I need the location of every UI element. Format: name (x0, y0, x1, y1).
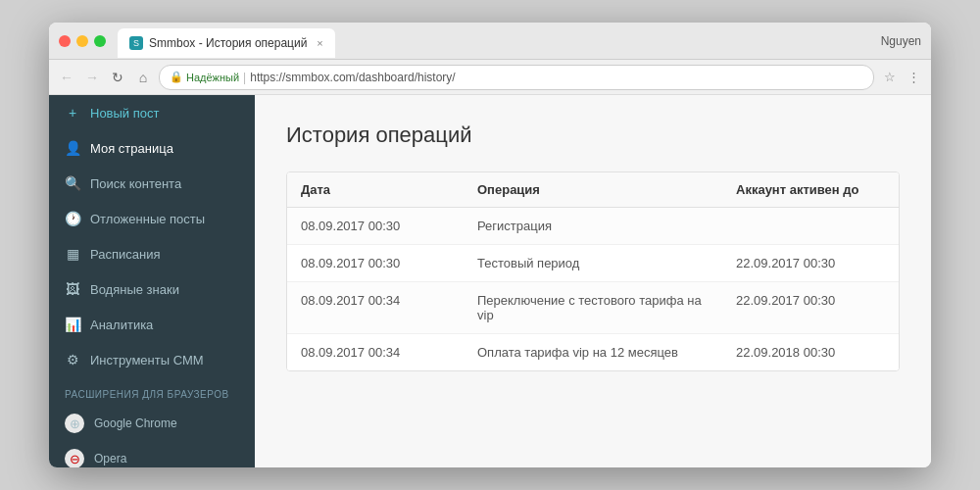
sidebar-item-search[interactable]: 🔍 Поиск контента (49, 166, 255, 201)
table-header: Дата Операция Аккаунт активен до (287, 172, 899, 208)
grid-icon: ▦ (65, 246, 80, 262)
table-row: 08.09.2017 00:30 Регистрация (287, 208, 899, 245)
header-date: Дата (287, 172, 464, 207)
main-content: + Новый пост 👤 Моя страница 🔍 Поиск конт… (49, 95, 931, 467)
table-row: 08.09.2017 00:34 Переключение с тестовог… (287, 282, 899, 334)
title-bar: S Smmbox - История операций × Nguyen (49, 23, 931, 60)
page-title: История операций (286, 122, 900, 148)
cell-active-until (722, 208, 899, 244)
secure-label: Надёжный (186, 72, 239, 83)
table-row: 08.09.2017 00:30 Тестовый период 22.09.2… (287, 245, 899, 282)
opera-label: Opera (94, 452, 126, 466)
clock-icon: 🕐 (65, 211, 80, 226)
cell-date: 08.09.2017 00:34 (287, 334, 464, 370)
cell-date: 08.09.2017 00:30 (287, 208, 464, 244)
cell-active-until: 22.09.2017 00:30 (722, 245, 899, 281)
tab-close-button[interactable]: × (317, 37, 322, 49)
table-body: 08.09.2017 00:30 Регистрация 08.09.2017 … (287, 208, 899, 370)
secure-badge: 🔒 Надёжный (170, 71, 239, 83)
sidebar-label-my-page: Моя страница (90, 141, 173, 156)
sidebar-item-smm-tools[interactable]: ⚙ Инструменты СММ (49, 342, 255, 377)
image-icon: 🖼 (65, 281, 80, 297)
chrome-label: Google Chrome (94, 416, 177, 430)
header-operation: Операция (464, 172, 722, 207)
sidebar-item-new-post[interactable]: + Новый пост (49, 95, 255, 130)
sidebar-item-my-page[interactable]: 👤 Моя страница (49, 130, 255, 166)
traffic-lights (59, 35, 106, 47)
sidebar-label-analytics: Аналитика (90, 318, 153, 332)
menu-icon[interactable]: ⋮ (904, 68, 923, 87)
table-row: 08.09.2017 00:34 Оплата тарифа vip на 12… (287, 334, 899, 370)
cell-active-until: 22.09.2017 00:30 (722, 282, 899, 333)
active-tab[interactable]: S Smmbox - История операций × (118, 28, 335, 58)
plus-icon: + (65, 105, 80, 121)
sidebar-label-schedule: Расписания (90, 247, 160, 262)
sidebar-item-schedule[interactable]: ▦ Расписания (49, 236, 255, 271)
tab-favicon: S (129, 36, 143, 50)
user-name: Nguyen (881, 34, 921, 48)
home-button[interactable]: ⌂ (133, 68, 153, 87)
cell-operation: Тестовый период (464, 245, 722, 281)
chrome-icon: ⊕ (65, 414, 84, 433)
browser-window: S Smmbox - История операций × Nguyen ← →… (49, 23, 931, 467)
sidebar-label-scheduled: Отложенные посты (90, 212, 205, 226)
forward-button[interactable]: → (82, 68, 102, 87)
maximize-button[interactable] (94, 35, 106, 47)
cell-operation: Оплата тарифа vip на 12 месяцев (464, 334, 722, 370)
address-bar: ← → ↻ ⌂ 🔒 Надёжный | https://smmbox.com/… (49, 60, 931, 95)
url-bar[interactable]: 🔒 Надёжный | https://smmbox.com/dashboar… (159, 65, 874, 90)
tab-bar: S Smmbox - История операций × (118, 23, 881, 59)
wrench-icon: ⚙ (65, 352, 80, 368)
cell-operation: Переключение с тестового тарифа на vip (464, 282, 722, 333)
operations-table: Дата Операция Аккаунт активен до 08.09.2… (286, 172, 900, 371)
cell-date: 08.09.2017 00:34 (287, 282, 464, 333)
minimize-button[interactable] (76, 35, 88, 47)
header-active-until: Аккаунт активен до (722, 172, 899, 207)
opera-icon: ⊖ (65, 449, 84, 467)
back-button[interactable]: ← (57, 68, 76, 87)
sidebar-item-opera[interactable]: ⊖ Opera (49, 441, 255, 467)
cell-operation: Регистрация (464, 208, 722, 244)
sidebar-item-analytics[interactable]: 📊 Аналитика (49, 307, 255, 342)
close-button[interactable] (59, 35, 71, 47)
sidebar-label-search: Поиск контента (90, 176, 181, 191)
sidebar-label-new-post: Новый пост (90, 106, 159, 121)
extensions-section-label: РАСШИРЕНИЯ ДЛЯ БРАУЗЕРОВ (49, 377, 255, 406)
address-actions: ☆ ⋮ (880, 68, 923, 87)
bookmark-icon[interactable]: ☆ (880, 68, 900, 87)
user-icon: 👤 (65, 140, 80, 156)
reload-button[interactable]: ↻ (108, 68, 127, 87)
page-content: История операций Дата Операция Аккаунт а… (255, 95, 931, 467)
sidebar-label-watermarks: Водяные знаки (90, 282, 179, 297)
tab-title: Smmbox - История операций (149, 36, 307, 50)
lock-icon: 🔒 (170, 71, 183, 83)
sidebar-label-smm-tools: Инструменты СММ (90, 353, 204, 368)
sidebar-item-scheduled[interactable]: 🕐 Отложенные посты (49, 201, 255, 236)
sidebar-item-watermarks[interactable]: 🖼 Водяные знаки (49, 271, 255, 307)
chart-icon: 📊 (65, 317, 80, 332)
sidebar-item-chrome[interactable]: ⊕ Google Chrome (49, 406, 255, 441)
search-icon: 🔍 (65, 175, 80, 191)
sidebar: + Новый пост 👤 Моя страница 🔍 Поиск конт… (49, 95, 255, 467)
cell-date: 08.09.2017 00:30 (287, 245, 464, 281)
url-text: https://smmbox.com/dashboard/history/ (250, 71, 455, 84)
sidebar-nav: + Новый пост 👤 Моя страница 🔍 Поиск конт… (49, 95, 255, 377)
cell-active-until: 22.09.2018 00:30 (722, 334, 899, 370)
